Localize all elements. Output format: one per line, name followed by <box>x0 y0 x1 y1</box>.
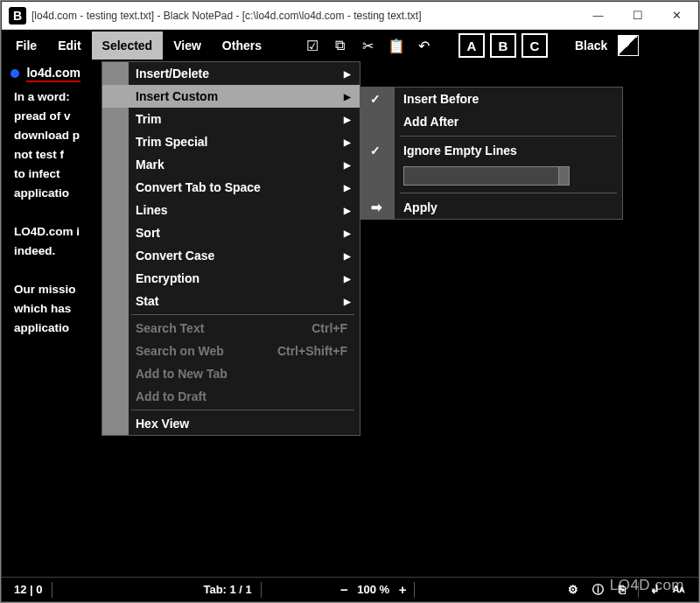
menu-item-lines[interactable]: Lines▶ <box>102 199 360 221</box>
menu-separator <box>131 314 354 315</box>
submenu-add-after[interactable]: Add After <box>361 110 622 133</box>
menu-selected[interactable]: Selected <box>92 32 164 60</box>
menu-bar: File Edit Selected View Others ☑ ⧉ ✂ 📋 ↶… <box>2 30 698 61</box>
chevron-right-icon: ▶ <box>344 206 351 215</box>
submenu-separator <box>400 136 617 137</box>
maximize-button[interactable] <box>618 3 657 29</box>
chevron-right-icon: ▶ <box>344 297 351 306</box>
font-case-icon[interactable]: Aᴀ <box>670 581 688 599</box>
menu-item-add-draft: Add to Draft <box>102 385 360 408</box>
menu-item-sort[interactable]: Sort▶ <box>102 221 360 244</box>
selected-menu-dropdown: Insert/Delete▶ Insert Custom▶ Trim▶ Trim… <box>102 61 360 436</box>
chevron-right-icon: ▶ <box>344 69 351 79</box>
checkbox-icon[interactable]: ☑ <box>302 35 323 56</box>
submenu-apply[interactable]: ➡ Apply <box>361 196 622 219</box>
copy-icon[interactable]: ⧉ <box>330 35 351 56</box>
menu-edit[interactable]: Edit <box>47 32 91 60</box>
theme-label[interactable]: Black <box>575 39 607 53</box>
menu-item-convert-tab[interactable]: Convert Tab to Space▶ <box>102 176 360 199</box>
theme-swatch-icon[interactable] <box>618 35 639 56</box>
check-icon: ✓ <box>370 144 381 158</box>
menu-separator <box>131 410 354 410</box>
menu-item-trim-special[interactable]: Trim Special▶ <box>102 130 360 153</box>
zoom-in-button[interactable]: + <box>395 582 410 597</box>
custom-text-input[interactable] <box>403 166 570 186</box>
menu-item-insert-custom[interactable]: Insert Custom▶ <box>102 85 360 108</box>
cursor-position: 12 | 0 <box>9 583 48 596</box>
menu-file[interactable]: File <box>5 32 47 60</box>
key-c-button[interactable]: C <box>522 33 548 58</box>
submenu-input-row <box>361 162 622 190</box>
close-button[interactable] <box>657 3 696 29</box>
menu-item-encryption[interactable]: Encryption▶ <box>102 267 360 290</box>
menu-item-search-web: Search on WebCtrl+Shift+F <box>102 340 360 362</box>
menu-item-trim[interactable]: Trim▶ <box>102 108 360 130</box>
key-a-button[interactable]: A <box>458 33 485 58</box>
cut-icon[interactable]: ✂ <box>358 35 379 56</box>
chevron-right-icon: ▶ <box>344 228 351 238</box>
menu-item-stat[interactable]: Stat▶ <box>102 290 360 312</box>
tab-indicator: Tab: 1 / 1 <box>198 583 256 596</box>
chevron-right-icon: ▶ <box>344 183 351 193</box>
key-b-button[interactable]: B <box>490 33 516 58</box>
tab-name[interactable]: lo4d.com <box>26 66 80 82</box>
zoom-level: 100 % <box>352 583 395 596</box>
menu-others[interactable]: Others <box>212 32 272 60</box>
dropdown-handle-icon[interactable] <box>558 167 569 185</box>
text-wrap-icon[interactable]: ↲ <box>646 581 663 599</box>
arrow-right-icon: ➡ <box>371 200 382 215</box>
undo-icon[interactable]: ↶ <box>414 35 435 56</box>
submenu-ignore-empty[interactable]: ✓ Ignore Empty Lines <box>361 139 622 162</box>
menu-item-insert-delete[interactable]: Insert/Delete▶ <box>102 62 360 85</box>
pin-icon[interactable]: ⎘ <box>613 581 631 599</box>
window-title: [lo4d.com - testing text.txt] - Black No… <box>32 10 578 22</box>
menu-view[interactable]: View <box>163 32 212 60</box>
info-icon[interactable]: ⓘ <box>589 581 606 599</box>
tab-modified-icon <box>10 69 19 78</box>
app-icon: B <box>9 7 26 25</box>
title-bar: B [lo4d.com - testing text.txt] - Black … <box>2 2 698 30</box>
minimize-button[interactable] <box>578 3 618 29</box>
chevron-right-icon: ▶ <box>344 92 351 102</box>
chevron-right-icon: ▶ <box>344 115 351 124</box>
menu-item-add-new-tab: Add to New Tab <box>102 362 360 385</box>
chevron-right-icon: ▶ <box>344 137 351 147</box>
chevron-right-icon: ▶ <box>344 251 351 261</box>
menu-item-hex-view[interactable]: Hex View <box>102 412 360 435</box>
tab-bar: lo4d.com <box>10 65 80 81</box>
status-bar: 12 | 0 Tab: 1 / 1 − 100 % + ⚙ ⓘ ⎘ ↲ Aᴀ <box>2 577 698 601</box>
menu-item-mark[interactable]: Mark▶ <box>102 153 360 176</box>
insert-custom-submenu: ✓ Insert Before Add After ✓ Ignore Empty… <box>360 87 623 220</box>
menu-item-convert-case[interactable]: Convert Case▶ <box>102 244 360 267</box>
submenu-separator <box>400 193 617 193</box>
gear-icon[interactable]: ⚙ <box>564 581 582 599</box>
check-icon: ✓ <box>370 92 381 106</box>
chevron-right-icon: ▶ <box>344 160 351 170</box>
menu-item-search-text: Search TextCtrl+F <box>102 317 360 340</box>
submenu-insert-before[interactable]: ✓ Insert Before <box>361 88 622 110</box>
chevron-right-icon: ▶ <box>344 274 351 284</box>
zoom-out-button[interactable]: − <box>336 582 352 597</box>
paste-icon[interactable]: 📋 <box>386 35 407 56</box>
